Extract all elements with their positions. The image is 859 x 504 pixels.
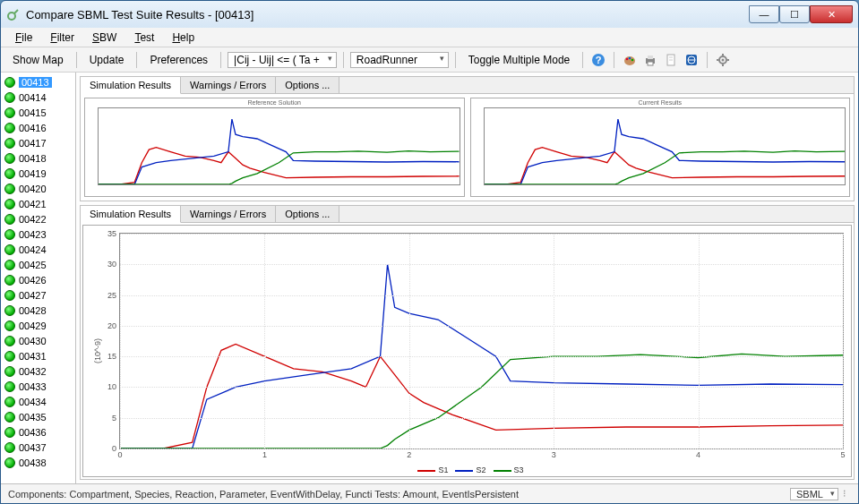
test-item[interactable]: 00434 [1, 394, 75, 409]
menu-test[interactable]: Test [127, 30, 161, 46]
test-item[interactable]: 00435 [1, 409, 75, 424]
palette-icon[interactable] [621, 51, 639, 69]
update-button[interactable]: Update [83, 52, 131, 68]
maximize-button[interactable]: ☐ [779, 5, 810, 23]
menu-help[interactable]: Help [165, 30, 202, 46]
test-item[interactable]: 00416 [1, 120, 75, 135]
formula-combo[interactable]: |Cij - Uij| <= ( Ta + [228, 52, 337, 68]
close-button[interactable]: ✕ [810, 5, 853, 23]
main-chart[interactable]: (10^-9) 05101520253035012345 S1S2S3 [82, 225, 852, 477]
titlebar[interactable]: Compare SBML Test Suite Results - [00413… [1, 1, 858, 28]
test-item[interactable]: 00430 [1, 333, 75, 348]
app-window: Compare SBML Test Suite Results - [00413… [0, 0, 859, 504]
test-item[interactable]: 00423 [1, 226, 75, 242]
reference-chart[interactable]: Reference Solution [84, 98, 465, 197]
status-dot-icon [4, 107, 15, 118]
tab-warnings-errors-2[interactable]: Warnings / Errors [181, 206, 276, 222]
tab-simulation-results-2[interactable]: Simulation Results [81, 206, 181, 223]
test-item[interactable]: 00414 [1, 90, 75, 105]
menu-sbw[interactable]: SBW [85, 30, 124, 46]
status-dot-icon [4, 123, 15, 133]
solver-combo[interactable]: RoadRunner [350, 52, 449, 68]
status-dot-icon [4, 199, 15, 209]
svg-point-6 [629, 56, 631, 59]
status-dot-icon [4, 168, 15, 179]
status-dot-icon [4, 260, 15, 270]
gear-icon[interactable] [714, 51, 732, 69]
test-item[interactable]: 00425 [1, 257, 75, 272]
test-item[interactable]: 00427 [1, 287, 75, 303]
test-item[interactable]: 00428 [1, 303, 75, 318]
help-icon[interactable]: ? [589, 51, 607, 69]
status-dot-icon [4, 244, 15, 255]
status-dot-icon [4, 457, 15, 468]
svg-point-7 [631, 58, 634, 61]
app-icon [6, 7, 21, 21]
tab-options[interactable]: Options ... [276, 77, 339, 93]
document-icon[interactable] [662, 51, 680, 69]
status-dot-icon [4, 381, 15, 392]
test-item[interactable]: 00420 [1, 181, 75, 196]
test-item[interactable]: 00437 [1, 440, 75, 455]
status-dot-icon [4, 153, 15, 164]
status-format-combo[interactable]: SBML [790, 488, 838, 500]
test-item[interactable]: 00419 [1, 166, 75, 181]
test-item[interactable]: 00431 [1, 348, 75, 363]
toolbar: Show Map Update Preferences |Cij - Uij| … [1, 47, 858, 73]
test-item[interactable]: 00424 [1, 242, 75, 257]
test-item[interactable]: 00438 [1, 455, 75, 470]
status-dot-icon [4, 336, 15, 346]
status-dot-icon [4, 184, 15, 194]
minimize-button[interactable]: — [749, 5, 779, 23]
show-map-button[interactable]: Show Map [6, 52, 70, 68]
status-dot-icon [4, 229, 15, 240]
status-dot-icon [4, 397, 15, 407]
statusbar: Components: Compartment, Species, Reacti… [1, 483, 858, 503]
svg-point-5 [626, 57, 629, 60]
svg-line-1 [14, 10, 18, 13]
test-item[interactable]: 00421 [1, 196, 75, 211]
test-item[interactable]: 00433 [1, 379, 75, 394]
test-item[interactable]: 00436 [1, 424, 75, 440]
status-dot-icon [4, 427, 15, 438]
status-dot-icon [4, 77, 15, 88]
svg-point-0 [8, 13, 15, 20]
svg-point-18 [722, 58, 725, 61]
print-icon[interactable] [641, 51, 659, 69]
globe-icon[interactable] [683, 51, 700, 69]
tab-options-2[interactable]: Options ... [276, 206, 339, 222]
y-axis-label: (10^-9) [93, 338, 102, 363]
status-dot-icon [4, 290, 15, 301]
menubar: FileFilterSBWTestHelp [1, 28, 858, 47]
svg-text:?: ? [596, 55, 602, 65]
test-item[interactable]: 00426 [1, 272, 75, 287]
tab-warnings-errors[interactable]: Warnings / Errors [181, 77, 276, 93]
status-dot-icon [4, 366, 15, 377]
svg-rect-10 [648, 62, 653, 65]
status-dot-icon [4, 214, 15, 225]
svg-rect-9 [648, 56, 653, 59]
test-item[interactable]: 00432 [1, 363, 75, 379]
window-title: Compare SBML Test Suite Results - [00413… [26, 8, 749, 21]
test-item[interactable]: 00429 [1, 318, 75, 333]
status-dot-icon [4, 442, 15, 453]
status-dot-icon [4, 275, 15, 286]
status-dot-icon [4, 351, 15, 362]
test-item[interactable]: 00417 [1, 135, 75, 150]
toggle-multiple-button[interactable]: Toggle Multiple Mode [462, 52, 576, 68]
menu-file[interactable]: File [8, 30, 39, 46]
test-item[interactable]: 00422 [1, 211, 75, 226]
menu-filter[interactable]: Filter [43, 30, 82, 46]
test-item[interactable]: 00415 [1, 105, 75, 120]
tab-simulation-results[interactable]: Simulation Results [81, 77, 181, 94]
current-chart[interactable]: Current Results [470, 98, 851, 197]
status-dot-icon [4, 305, 15, 316]
status-dot-icon [4, 412, 15, 423]
preferences-button[interactable]: Preferences [143, 52, 214, 68]
test-list[interactable]: 0041300414004150041600417004180041900420… [1, 73, 76, 483]
resize-grip-icon[interactable]: ⁝ [838, 488, 851, 500]
test-item[interactable]: 00418 [1, 150, 75, 166]
chart-legend: S1S2S3 [83, 466, 851, 474]
test-item[interactable]: 00413 [1, 74, 75, 90]
status-dot-icon [4, 320, 15, 331]
